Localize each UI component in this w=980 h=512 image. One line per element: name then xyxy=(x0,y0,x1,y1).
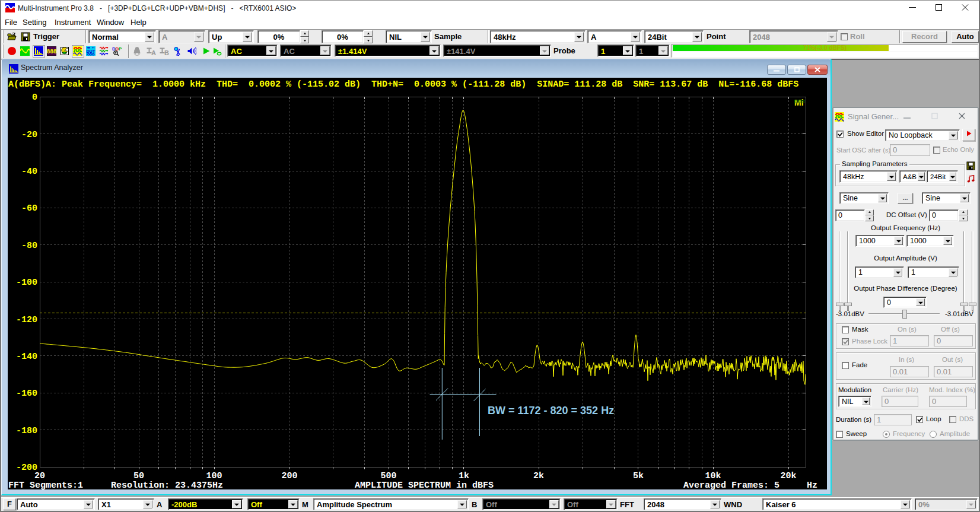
svg-text:A(dBFS)A: Peak Frequency= 1.0: A(dBFS)A: Peak Frequency= 1.0000 kHz THD… xyxy=(8,79,798,90)
svg-text:P: P xyxy=(119,46,122,52)
svg-text:FFT Segments:1: FFT Segments:1 xyxy=(8,481,83,489)
svg-text:5k: 5k xyxy=(633,471,644,481)
svg-text:-80: -80 xyxy=(21,241,37,251)
svg-text:20: 20 xyxy=(34,471,45,481)
svg-text:10k: 10k xyxy=(705,471,721,481)
svg-text:50: 50 xyxy=(133,471,144,481)
svg-text:100: 100 xyxy=(206,471,222,481)
svg-text:DUT: DUT xyxy=(87,49,96,53)
svg-text:-180: -180 xyxy=(16,426,37,436)
svg-text:-100: -100 xyxy=(16,278,37,288)
svg-text:Hz: Hz xyxy=(807,481,817,489)
svg-text:20k: 20k xyxy=(780,471,796,481)
svg-text:200: 200 xyxy=(281,471,297,481)
svg-text:-40: -40 xyxy=(21,167,37,177)
svg-text:Averaged Frames: 5: Averaged Frames: 5 xyxy=(683,481,779,489)
svg-text:-20: -20 xyxy=(21,130,37,140)
svg-text:-160: -160 xyxy=(16,389,37,399)
svg-text:Mi: Mi xyxy=(794,98,804,107)
svg-text:1k: 1k xyxy=(459,471,469,481)
svg-text:B: B xyxy=(164,49,169,56)
svg-text:-120: -120 xyxy=(16,315,37,325)
svg-text:-140: -140 xyxy=(16,352,37,362)
svg-text:888: 888 xyxy=(47,49,56,55)
svg-text:Resolution: 23.4375Hz: Resolution: 23.4375Hz xyxy=(111,481,223,489)
svg-text:-60: -60 xyxy=(21,203,37,214)
svg-text:A: A xyxy=(151,49,156,56)
svg-text:500: 500 xyxy=(380,471,396,481)
svg-text:2k: 2k xyxy=(533,471,544,481)
svg-text:BW = 1172 - 820 = 352 Hz: BW = 1172 - 820 = 352 Hz xyxy=(488,405,614,416)
svg-text:0: 0 xyxy=(32,93,37,103)
svg-text:AMPLITUDE SPECTRUM in dBFS: AMPLITUDE SPECTRUM in dBFS xyxy=(355,481,494,489)
